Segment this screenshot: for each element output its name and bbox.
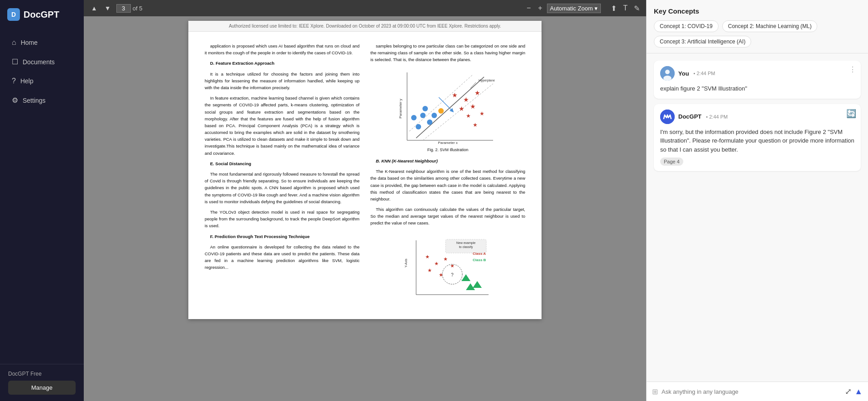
user-msg-body: explain figure 2 "SVM Illustration" bbox=[660, 84, 854, 93]
pdf-content: application is proposed which uses AI ba… bbox=[188, 32, 542, 319]
user-msg-options[interactable]: ⋮ bbox=[849, 65, 856, 74]
svg-text:★: ★ bbox=[452, 91, 458, 99]
sidebar-item-documents[interactable]: ☐ Documents bbox=[4, 53, 80, 71]
user-message: You • 2:44 PM ⋮ explain figure 2 "SVM Il… bbox=[654, 61, 861, 99]
pdf-para-r2: The K-Nearest neighbour algorithm is one… bbox=[370, 168, 525, 202]
svg-text:★: ★ bbox=[443, 256, 448, 262]
svg-text:★: ★ bbox=[427, 267, 432, 273]
bot-action-button[interactable]: 🔄 bbox=[846, 109, 856, 119]
svg-point-8 bbox=[416, 124, 421, 129]
svg-text:Class A: Class A bbox=[473, 252, 486, 256]
pdf-subsection-b: B. KNN (K-Nearest Neighbour) bbox=[370, 158, 525, 164]
svg-text:★: ★ bbox=[466, 113, 471, 119]
svg-rect-47 bbox=[660, 110, 675, 124]
pdf-toolbar: ▲ ▼ of 5 − + Automatic Zoom ▾ ⬆ T ✎ bbox=[84, 0, 646, 16]
expand-button[interactable]: ⤢ bbox=[845, 387, 852, 396]
svg-point-12 bbox=[422, 106, 428, 111]
pdf-section-e: E. Social Distancing bbox=[205, 160, 360, 167]
send-button[interactable]: ▲ bbox=[854, 387, 863, 396]
toolbar-right: ⬆ T ✎ bbox=[610, 3, 641, 14]
page-number-input[interactable] bbox=[116, 4, 131, 13]
chat-input-area: ⊞ ⤢ ▲ bbox=[647, 382, 868, 401]
svg-text:Y-Axis: Y-Axis bbox=[404, 258, 408, 267]
user-msg-header: You • 2:44 PM bbox=[660, 66, 854, 81]
bot-time: • 2:44 PM bbox=[706, 114, 728, 119]
grid-icon: ⊞ bbox=[652, 387, 658, 396]
concept-tag-2: Concept 3: Artificial Intelligence (AI) bbox=[654, 36, 751, 48]
svg-text:★: ★ bbox=[459, 105, 465, 112]
bot-message: DocGPT • 2:44 PM 🔄 I'm sorry, but the in… bbox=[654, 104, 861, 172]
sidebar: D DocGPT ⌂ Home ☐ Documents ? Help ⚙ Set… bbox=[0, 0, 84, 401]
pdf-para-6: An online questionnaire is developed for… bbox=[205, 243, 360, 271]
zoom-selector[interactable]: Automatic Zoom ▾ bbox=[547, 4, 601, 13]
page-info: of 5 bbox=[116, 4, 143, 13]
settings-icon: ⚙ bbox=[12, 96, 18, 105]
pdf-para-r3: This algorithm can continuously calculat… bbox=[370, 206, 525, 227]
bot-msg-header: DocGPT • 2:44 PM bbox=[660, 110, 854, 124]
svg-text:★: ★ bbox=[434, 261, 439, 266]
svg-text:★: ★ bbox=[473, 122, 478, 128]
pdf-right-column: samples belonging to one particular clas… bbox=[370, 43, 525, 308]
sidebar-nav: ⌂ Home ☐ Documents ? Help ⚙ Settings bbox=[0, 29, 84, 364]
svg-text:★: ★ bbox=[470, 103, 476, 110]
knn-chart: Y-Axis New example to classify Class A C… bbox=[403, 231, 493, 304]
zoom-chevron-icon: ▾ bbox=[595, 5, 598, 12]
sidebar-item-documents-label: Documents bbox=[23, 58, 55, 66]
next-page-button[interactable]: ▼ bbox=[103, 4, 113, 13]
concepts-tags: Concept 1: COVID-19 Concept 2: Machine L… bbox=[654, 20, 861, 48]
svg-text:Class B: Class B bbox=[473, 258, 486, 262]
sidebar-item-help-label: Help bbox=[20, 77, 34, 85]
user-sender: You bbox=[678, 70, 689, 77]
concept-tag-1: Concept 2: Machine Learning (ML) bbox=[722, 20, 818, 32]
pdf-section-f: F. Prediction through Text Processing Te… bbox=[205, 233, 360, 240]
svm-chart-container: Parameter x Parameter y bbox=[370, 68, 525, 153]
edit-button[interactable]: ✎ bbox=[633, 3, 641, 14]
pdf-para-5: The YOLOv3 object detection model is use… bbox=[205, 209, 360, 229]
help-icon: ? bbox=[12, 77, 16, 85]
logo-icon: D bbox=[7, 8, 20, 21]
sidebar-item-settings[interactable]: ⚙ Settings bbox=[4, 91, 80, 110]
zoom-area: − + Automatic Zoom ▾ bbox=[524, 3, 601, 13]
svg-marker-39 bbox=[461, 274, 470, 281]
svg-point-45 bbox=[665, 70, 670, 74]
text-button[interactable]: T bbox=[622, 3, 628, 13]
svm-chart: Parameter x Parameter y bbox=[398, 68, 498, 145]
sidebar-item-home[interactable]: ⌂ Home bbox=[4, 33, 80, 52]
svm-caption: Fig. 2. SVM Illustration bbox=[427, 147, 469, 153]
concept-tag-0: Concept 1: COVID-19 bbox=[654, 20, 719, 32]
sidebar-item-settings-label: Settings bbox=[23, 97, 46, 104]
svg-text:to classify: to classify bbox=[459, 245, 473, 249]
pdf-viewer[interactable]: Authorized licensed use limited to: IEEE… bbox=[84, 16, 646, 401]
svg-marker-40 bbox=[473, 281, 482, 288]
svg-point-14 bbox=[438, 108, 444, 114]
svg-text:★: ★ bbox=[450, 263, 455, 268]
zoom-in-button[interactable]: + bbox=[535, 3, 545, 13]
pdf-section-d: D. Feature Extraction Approach bbox=[205, 60, 360, 67]
sidebar-item-help[interactable]: ? Help bbox=[4, 72, 80, 90]
zoom-label: Automatic Zoom bbox=[550, 5, 593, 12]
chat-input[interactable] bbox=[662, 388, 841, 395]
pdf-para-2: It is a technique utilized for choosing … bbox=[205, 71, 360, 91]
svg-text:★: ★ bbox=[480, 110, 484, 117]
svg-text:★: ★ bbox=[463, 96, 469, 103]
key-concepts-title: Key Concepts bbox=[654, 7, 861, 15]
main-area: ▲ ▼ of 5 − + Automatic Zoom ▾ ⬆ T ✎ Auth… bbox=[84, 0, 646, 401]
bot-sender: DocGPT bbox=[678, 113, 701, 120]
svg-text:?: ? bbox=[451, 272, 454, 277]
zoom-out-button[interactable]: − bbox=[524, 3, 533, 13]
app-name: DocGPT bbox=[24, 10, 59, 20]
bot-avatar bbox=[660, 110, 675, 124]
right-panel: Key Concepts Concept 1: COVID-19 Concept… bbox=[646, 0, 868, 401]
manage-button[interactable]: Manage bbox=[8, 381, 76, 395]
pdf-para-1: application is proposed which uses AI ba… bbox=[205, 43, 360, 56]
svg-point-11 bbox=[427, 119, 432, 125]
sidebar-footer: DocGPT Free Manage bbox=[0, 364, 84, 401]
user-avatar bbox=[660, 66, 675, 81]
upload-button[interactable]: ⬆ bbox=[610, 3, 618, 14]
plan-label: DocGPT Free bbox=[8, 371, 76, 377]
prev-page-button[interactable]: ▲ bbox=[89, 4, 99, 13]
chat-input-actions: ⤢ ▲ bbox=[845, 387, 863, 396]
total-pages: of 5 bbox=[133, 5, 143, 12]
svg-text:Hyperplane: Hyperplane bbox=[479, 79, 495, 82]
pdf-para-r1: samples belonging to one particular clas… bbox=[370, 43, 525, 63]
